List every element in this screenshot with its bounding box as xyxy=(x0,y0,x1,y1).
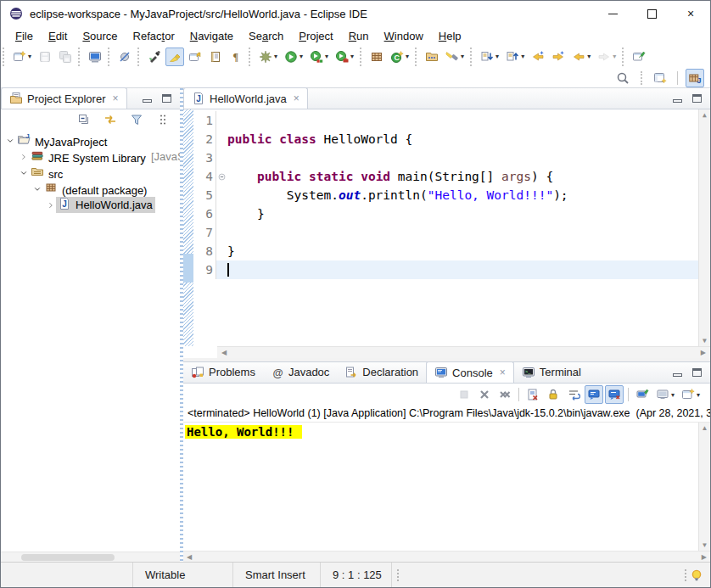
code-line-4[interactable]: public static void main(String[] args) { xyxy=(216,167,698,186)
toolbar-button-external-tools[interactable]: ▾ xyxy=(333,48,356,66)
tree-item-myjavaproject[interactable]: JMyJavaProject xyxy=(1,132,180,148)
view-minimize-button[interactable] xyxy=(673,91,682,106)
view-maximize-button[interactable] xyxy=(692,91,702,106)
toolbar-button-mark-occurrences[interactable] xyxy=(165,48,184,66)
toolbar-button-clear-console[interactable] xyxy=(523,385,542,404)
toolbar-button-forward[interactable]: ▾ xyxy=(595,48,619,66)
menu-source[interactable]: Source xyxy=(75,28,125,44)
view-tool-view-menu[interactable] xyxy=(154,110,172,129)
view-tool-collapse-all[interactable] xyxy=(75,110,93,129)
scrollbar-thumb[interactable] xyxy=(21,554,115,561)
console-vertical-scrollbar[interactable]: ▲ ▼ xyxy=(698,423,710,551)
toolbar-button-next-annotation[interactable]: ▾ xyxy=(478,48,501,66)
scroll-left-arrow[interactable]: ◀ xyxy=(221,349,227,356)
maximize-button[interactable] xyxy=(632,1,671,26)
console-horizontal-scrollbar[interactable]: ◀ ▶ xyxy=(183,551,710,562)
menu-help[interactable]: Help xyxy=(431,28,469,44)
toolbar-button-pin-editor[interactable] xyxy=(630,48,648,66)
menu-window[interactable]: Window xyxy=(377,28,431,44)
code-line-6[interactable]: } xyxy=(216,204,698,223)
dropdown-arrow-icon[interactable]: ▾ xyxy=(697,391,700,399)
menu-project[interactable]: Project xyxy=(291,28,340,44)
expander-closed-icon[interactable] xyxy=(45,201,56,210)
dropdown-arrow-icon[interactable]: ▾ xyxy=(587,53,591,60)
editor-vertical-scrollbar[interactable]: ▲ ▼ xyxy=(698,109,710,346)
console-tab-javadoc[interactable]: @Javadoc xyxy=(263,361,337,383)
toolbar-button-save-all[interactable] xyxy=(56,48,75,66)
toolbar-button-remove-launch[interactable] xyxy=(475,385,494,404)
toolbar-button-new-java-class[interactable]: C▾ xyxy=(388,48,411,66)
console-tab-problems[interactable]: Problems xyxy=(183,361,263,383)
dropdown-arrow-icon[interactable]: ▾ xyxy=(300,53,303,60)
menu-edit[interactable]: Edit xyxy=(41,28,75,44)
code-line-3[interactable] xyxy=(216,148,698,167)
close-button[interactable]: × xyxy=(671,1,710,26)
console-tab-console[interactable]: Console× xyxy=(426,361,514,383)
tab-close-icon[interactable]: × xyxy=(294,92,300,104)
tree-item-jre-system-library[interactable]: JRE System Library[JavaSE-1 xyxy=(1,148,180,165)
editor-tab-helloworld-java[interactable]: JHelloWorld.java× xyxy=(183,87,308,109)
toolbar-button-pin-console[interactable] xyxy=(633,385,652,404)
toolbar-button-debug[interactable]: ▾ xyxy=(256,48,280,66)
expander-open-icon[interactable] xyxy=(18,169,29,177)
toolbar-button-run[interactable]: ▾ xyxy=(282,48,305,66)
toolbar-button-new-java-project[interactable] xyxy=(367,48,386,66)
toolbar-button-show-whitespace[interactable]: ¶ xyxy=(227,48,245,66)
expander-open-icon[interactable] xyxy=(4,137,15,145)
menu-navigate[interactable]: Navigate xyxy=(182,28,241,44)
toolbar-button-next-edit-location[interactable] xyxy=(549,48,568,66)
scroll-right-arrow[interactable]: ▶ xyxy=(702,553,707,561)
view-tab-project-explorer[interactable]: Project Explorer× xyxy=(1,87,127,109)
perspective-button-open-perspective[interactable] xyxy=(651,69,669,87)
menu-file[interactable]: File xyxy=(8,28,41,44)
dropdown-arrow-icon[interactable]: ▾ xyxy=(495,53,499,60)
toolbar-button-new-wizard[interactable]: ▾ xyxy=(10,48,34,66)
code-line-1[interactable] xyxy=(216,111,698,130)
expander-closed-icon[interactable] xyxy=(18,153,29,161)
scroll-left-arrow[interactable]: ◀ xyxy=(187,553,192,561)
code-line-8[interactable]: } xyxy=(216,242,698,260)
toolbar-button-open-console[interactable]: ▾ xyxy=(679,385,703,404)
code-line-2[interactable]: public class HelloWorld { xyxy=(216,130,698,148)
toolbar-button-search-flashlight[interactable]: ▾ xyxy=(443,48,467,66)
dropdown-arrow-icon[interactable]: ▾ xyxy=(274,53,277,60)
notifications-button[interactable] xyxy=(688,563,710,587)
code-line-5[interactable]: System.out.println("Hello, World!!!"); xyxy=(216,186,698,204)
explorer-horizontal-scrollbar[interactable] xyxy=(1,552,180,562)
toolbar-button-link-window[interactable] xyxy=(186,48,204,66)
scroll-down-arrow[interactable]: ▼ xyxy=(702,541,708,549)
toolbar-button-save[interactable] xyxy=(36,48,54,66)
editor-horizontal-scrollbar[interactable]: ◀ ▶ xyxy=(217,346,710,358)
view-minimize-button[interactable] xyxy=(673,365,682,380)
toolbar-button-open-console-monitor[interactable] xyxy=(86,48,104,66)
dropdown-arrow-icon[interactable]: ▾ xyxy=(613,53,616,60)
menu-run[interactable]: Run xyxy=(341,28,377,44)
code-line-7[interactable] xyxy=(216,223,698,242)
toolbar-button-back[interactable]: ▾ xyxy=(569,48,593,66)
toolbar-button-previous-annotation[interactable]: ▾ xyxy=(503,48,527,66)
view-minimize-button[interactable] xyxy=(143,91,152,106)
toolbar-button-remove-all-terminated[interactable] xyxy=(495,385,514,404)
code-area[interactable]: public class HelloWorld { public static … xyxy=(216,109,698,346)
toolbar-button-terminate[interactable] xyxy=(455,385,473,404)
toolbar-button-word-wrap[interactable] xyxy=(564,385,583,404)
quick-access-search-button[interactable] xyxy=(613,69,632,87)
view-maximize-button[interactable] xyxy=(692,365,702,380)
minimize-button[interactable] xyxy=(593,1,632,26)
tab-close-icon[interactable]: × xyxy=(112,92,118,104)
dropdown-arrow-icon[interactable]: ▾ xyxy=(350,53,354,60)
toolbar-button-scroll-lock[interactable] xyxy=(544,385,563,404)
tab-close-icon[interactable]: × xyxy=(500,367,506,378)
toolbar-button-display-selected-console[interactable]: ▾ xyxy=(653,385,677,404)
dropdown-arrow-icon[interactable]: ▾ xyxy=(521,53,524,60)
scroll-up-arrow[interactable]: ▲ xyxy=(702,424,708,432)
view-maximize-button[interactable] xyxy=(162,91,171,106)
dropdown-arrow-icon[interactable]: ▾ xyxy=(671,391,675,399)
menu-refactor[interactable]: Refactor xyxy=(126,28,182,44)
tree-item--default-package-[interactable]: (default package) xyxy=(1,181,180,197)
fold-marker-icon[interactable] xyxy=(216,167,227,186)
editor-body[interactable]: 123456789 public class HelloWorld { publ… xyxy=(183,109,710,346)
console-tab-declaration[interactable]: Declaration xyxy=(337,361,426,383)
scroll-down-arrow[interactable]: ▼ xyxy=(703,337,707,344)
toolbar-button-show-stderr[interactable] xyxy=(605,385,624,404)
